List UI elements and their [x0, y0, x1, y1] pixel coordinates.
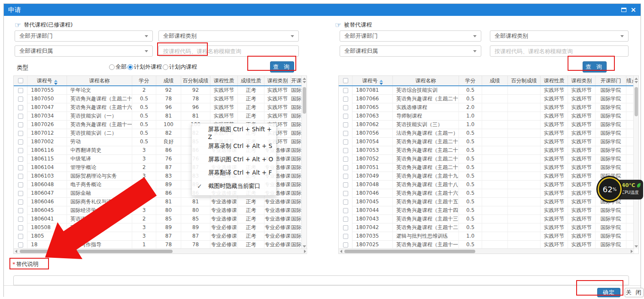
- menu-item[interactable]: 屏幕录制 Ctrl + Alt + S: [192, 139, 276, 153]
- table-row[interactable]: 1807054英语角兴趣课程（主题二十0.5实践环节实践环节国际学院: [339, 138, 638, 146]
- row-checkbox[interactable]: [18, 122, 23, 127]
- minimize-icon[interactable]: [621, 8, 626, 12]
- table-row[interactable]: 1807056法语角兴趣课程（主题一）0.5实践环节实践环节国际学院: [339, 129, 638, 138]
- row-checkbox[interactable]: [18, 225, 23, 230]
- sort-course-number-icon[interactable]: [54, 80, 58, 85]
- select-all-checkbox[interactable]: [18, 78, 23, 83]
- row-checkbox[interactable]: [343, 199, 348, 205]
- left-department-dropdown[interactable]: 全部开课部门: [15, 30, 153, 42]
- row-checkbox[interactable]: [18, 234, 23, 239]
- row-checkbox[interactable]: [18, 174, 23, 179]
- row-checkbox[interactable]: [343, 139, 348, 145]
- table-row[interactable]: 1807046英语角兴趣课程（主题十六0.5实践环节实践环节国际学院: [339, 189, 638, 198]
- table-row[interactable]: 1807055学年论文29292实践环节正考实践环节国际学院: [14, 86, 307, 95]
- sort-course-number-icon[interactable]: [380, 80, 383, 85]
- row-checkbox[interactable]: [18, 97, 23, 102]
- select-all-checkbox[interactable]: [343, 78, 348, 83]
- row-checkbox[interactable]: [18, 88, 23, 93]
- table-row[interactable]: 1806045国际经济学38080专业选修课正考专业选修课国际学院: [14, 206, 307, 215]
- row-checkbox[interactable]: [343, 97, 348, 102]
- row-checkbox[interactable]: [18, 148, 23, 153]
- menu-item[interactable]: ✓截图时隐藏当前窗口: [192, 179, 276, 193]
- column-header[interactable]: 课程号: [27, 76, 67, 85]
- left-table-hscrollbar[interactable]: [14, 248, 307, 254]
- row-checkbox[interactable]: [18, 157, 23, 162]
- row-checkbox[interactable]: [18, 242, 23, 248]
- table-row[interactable]: 18论文写作指导17878专业必修课正考专业必修课国际学院: [14, 241, 307, 249]
- right-table-hscrollbar[interactable]: [339, 248, 634, 254]
- table-row[interactable]: 1805基础笔译38787专业必修课正考专业必修课国际学院: [14, 232, 307, 241]
- close-icon[interactable]: ×: [631, 6, 636, 13]
- row-checkbox[interactable]: [343, 242, 348, 248]
- left-search-input[interactable]: [158, 45, 299, 57]
- row-checkbox[interactable]: [343, 88, 348, 93]
- table-row[interactable]: 1807045英语角兴趣课程（主题十五0.5实践环节实践环节国际学院: [339, 198, 638, 206]
- row-checkbox[interactable]: [343, 157, 348, 162]
- table-row[interactable]: 1807053英语角兴趣课程（主题二十0.5实践环节实践环节国际学院: [339, 146, 638, 155]
- row-checkbox[interactable]: [18, 182, 23, 187]
- confirm-button[interactable]: 确定: [597, 288, 620, 297]
- table-row[interactable]: 1807050英语角兴趣课程（主题二十0.57878实践环节正考实践环节国际学院: [14, 95, 307, 103]
- row-checkbox[interactable]: [18, 217, 23, 222]
- substitute-note-textarea[interactable]: [13, 275, 629, 285]
- table-row[interactable]: 1806041英语语音语调28585专业选修课正考专业选修课国际学院: [14, 215, 307, 223]
- row-checkbox[interactable]: [343, 105, 348, 110]
- table-row[interactable]: 1807062英语技能实训（三）1.0实践环节实践环节国际学院: [339, 121, 638, 129]
- table-row[interactable]: 1807066英语角兴趣课程（主题二十0.5实践环节实践环节国际学院: [339, 95, 638, 103]
- row-checkbox[interactable]: [18, 139, 23, 145]
- right-table-vscrollbar[interactable]: [633, 76, 638, 249]
- row-checkbox[interactable]: [343, 234, 348, 239]
- close-button[interactable]: 关 闭: [625, 288, 644, 297]
- type-radio-计划内课程[interactable]: 计划内课程: [163, 63, 197, 71]
- row-checkbox[interactable]: [343, 182, 348, 187]
- left-query-button[interactable]: 查 询: [270, 61, 294, 72]
- right-query-button[interactable]: 查 询: [583, 61, 607, 72]
- table-row[interactable]: 1807047英语角兴趣课程（主题十六0.59696实践环节正考实践环节国际学院: [14, 103, 307, 112]
- cpu-usage-circle[interactable]: 62%: [598, 177, 622, 201]
- left-table-vscrollbar[interactable]: [301, 76, 307, 249]
- table-row[interactable]: 1807042英语角兴趣课程（主题十二0.5实践环节实践环节国际学院: [339, 223, 638, 232]
- menu-item[interactable]: 屏幕翻译 Ctrl + Alt + F: [192, 166, 276, 179]
- left-belonging-dropdown[interactable]: 全部课程归属: [15, 45, 153, 57]
- left-category-dropdown[interactable]: 全部课程类别: [158, 30, 299, 42]
- table-row[interactable]: 1807052英语角兴趣课程（主题二十0.5实践环节实践环节国际学院: [339, 155, 638, 163]
- table-row[interactable]: 1807049英语角兴趣课程（主题十九0.5实践环节实践环节国际学院: [339, 172, 638, 181]
- table-row[interactable]: 1807044英语角兴趣课程（主题十四0.5实践环节实践环节国际学院: [339, 206, 638, 215]
- table-row[interactable]: 1807048英语角兴趣课程（主题十八0.5实践环节实践环节国际学院: [339, 181, 638, 189]
- row-checkbox[interactable]: [18, 165, 23, 170]
- row-checkbox[interactable]: [343, 148, 348, 153]
- column-header[interactable]: 课程号: [352, 76, 393, 85]
- row-checkbox[interactable]: [343, 114, 348, 119]
- type-radio-计划外课程[interactable]: 计划外课程: [128, 63, 162, 71]
- row-checkbox[interactable]: [18, 199, 23, 205]
- table-row[interactable]: 1807025英语角兴趣课程（主题十一0.5实践环节实践环节国际学院: [339, 241, 638, 249]
- row-checkbox[interactable]: [343, 208, 348, 213]
- row-checkbox[interactable]: [18, 191, 23, 196]
- table-row[interactable]: 1807051英语角兴趣课程（主题二十0.5实践环节实践环节国际学院: [339, 163, 638, 172]
- row-checkbox[interactable]: [18, 131, 23, 136]
- row-checkbox[interactable]: [343, 131, 348, 136]
- table-row[interactable]: 1806046国际商务礼仪与谈判38181专业选修课正考专业选修课国际学院: [14, 198, 307, 206]
- row-checkbox[interactable]: [343, 191, 348, 196]
- right-department-dropdown[interactable]: 全部开课部门: [340, 30, 481, 42]
- row-checkbox[interactable]: [18, 114, 23, 119]
- row-checkbox[interactable]: [343, 174, 348, 179]
- type-radio-全部[interactable]: 全部: [109, 63, 127, 71]
- table-row[interactable]: 180508西方文明通论38989专业必修课正考专业必修课国际学院: [14, 223, 307, 232]
- table-row[interactable]: 1807081英语综合技能实训0.5实践环节实践环节国际学院: [339, 86, 638, 95]
- row-checkbox[interactable]: [343, 217, 348, 222]
- table-row[interactable]: 1807035逻辑与批判性思维训练1.0实践环节实践环节国际学院: [339, 232, 638, 241]
- table-row[interactable]: 1807034英语技能实训（一）0.58181实践环节正考实践环节国际学院: [14, 112, 307, 121]
- row-checkbox[interactable]: [18, 105, 23, 110]
- right-search-input[interactable]: [490, 45, 629, 57]
- table-row[interactable]: 1807043英语角兴趣课程（主题十三0.5实践环节实践环节国际学院: [339, 215, 638, 223]
- row-checkbox[interactable]: [343, 122, 348, 127]
- row-checkbox[interactable]: [18, 208, 23, 213]
- row-checkbox[interactable]: [343, 225, 348, 230]
- row-checkbox[interactable]: [343, 165, 348, 170]
- right-category-dropdown[interactable]: 全部课程类别: [490, 30, 629, 42]
- table-row[interactable]: 1807063导师制课程1.0实践环节实践环节国际学院: [339, 112, 638, 121]
- table-row[interactable]: 1807065实践选修课程2.0实践环节实践环节国际学院: [339, 103, 638, 112]
- right-belonging-dropdown[interactable]: 全部课程归属: [340, 45, 481, 57]
- menu-item[interactable]: 屏幕截图 Ctrl + Shift + Z: [192, 126, 276, 139]
